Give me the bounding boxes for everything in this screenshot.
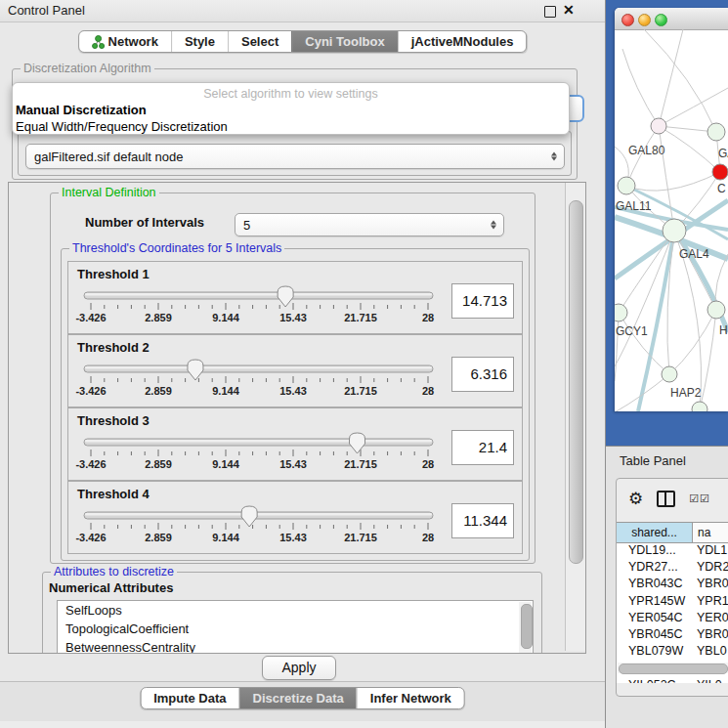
table-horizontal-scrollbar[interactable] xyxy=(618,663,728,673)
tab-style[interactable]: Style xyxy=(171,31,228,52)
svg-text:9.144: 9.144 xyxy=(212,312,239,323)
tab-cyni-toolbox[interactable]: Cyni Toolbox xyxy=(291,31,397,52)
bottom-tab-impute-data[interactable]: Impute Data xyxy=(141,688,238,708)
gear-icon[interactable]: ⚙ xyxy=(628,491,643,507)
slider-thumb[interactable] xyxy=(241,506,257,527)
attributes-list-scrollbar[interactable] xyxy=(519,602,532,654)
table-cell: YPR1 xyxy=(692,594,728,611)
tab-jactivemnodules[interactable]: jActiveMNodules xyxy=(398,31,527,52)
table-cell: YIL0 xyxy=(692,678,728,684)
bottom-tab-bar: Impute DataDiscretize DataInfer Network xyxy=(140,687,465,709)
threshold-value-field[interactable]: 14.713 xyxy=(451,283,514,319)
network-node-c[interactable] xyxy=(712,164,728,180)
threshold-panel-3: Threshold 321.4-3.4262.8599.14415.4321.7… xyxy=(67,407,523,481)
threshold-slider[interactable]: -3.4262.8599.14415.4321.71528 xyxy=(68,285,459,332)
table-toolbar: ⚙ ☑☑ xyxy=(617,479,728,518)
network-node-gal4[interactable] xyxy=(663,219,686,242)
network-window-titlebar xyxy=(615,8,728,30)
algorithm-dropdown-options: Manual DiscretizationEqual Width/Frequen… xyxy=(13,102,569,135)
threshold-slider[interactable]: -3.4262.8599.14415.4321.71528 xyxy=(68,359,459,406)
table-header-row: shared...na xyxy=(617,522,728,543)
table-data-combo-value: galFiltered.sif default node xyxy=(34,150,183,164)
column-header-2[interactable]: na xyxy=(693,523,728,542)
slider-thumb[interactable] xyxy=(278,286,293,307)
svg-text:15.43: 15.43 xyxy=(279,312,307,323)
bottom-tab-infer-network[interactable]: Infer Network xyxy=(357,688,464,708)
bottom-tab-discretize-data[interactable]: Discretize Data xyxy=(239,688,357,708)
zoom-traffic-light-icon[interactable] xyxy=(655,14,667,26)
table-row[interactable]: YBR045CYBR0 xyxy=(617,627,728,644)
table-row[interactable]: YER054CYER0 xyxy=(617,611,728,627)
tab-select[interactable]: Select xyxy=(228,31,291,52)
network-node-hap2[interactable] xyxy=(662,366,677,382)
tab-network[interactable]: Network xyxy=(79,31,171,52)
table-row[interactable]: YDL19...YDL1 xyxy=(617,543,728,560)
node-label: GAL80 xyxy=(628,144,665,157)
split-columns-icon[interactable] xyxy=(657,491,675,507)
svg-text:2.859: 2.859 xyxy=(145,312,172,323)
node-label: H xyxy=(719,323,728,337)
table-row[interactable]: YBL079WYBL0 xyxy=(617,644,728,661)
node-label: GA xyxy=(718,147,728,160)
algorithm-dropdown-popup: Select algorithm to view settings Manual… xyxy=(12,82,570,135)
threshold-slider[interactable]: -3.4262.8599.14415.4321.71528 xyxy=(68,505,459,552)
network-node-h[interactable] xyxy=(707,301,725,319)
network-canvas[interactable]: GAL80GACGAL11GAL4GCY1HHAP2 xyxy=(615,29,728,411)
close-traffic-light-icon[interactable] xyxy=(621,14,634,26)
attribute-item-2[interactable]: BetweennessCentrality xyxy=(58,638,533,654)
table-row[interactable]: YBR043CYBR0 xyxy=(617,577,728,593)
network-node-gcy1[interactable] xyxy=(615,304,627,321)
control-panel-titlebar: Control Panel ✕ xyxy=(0,0,605,22)
table-cell: YBR0 xyxy=(692,627,728,644)
attribute-item-0[interactable]: SelfLoops xyxy=(58,601,533,620)
table-data-combo[interactable]: galFiltered.sif default node xyxy=(25,144,565,169)
network-icon xyxy=(92,35,104,49)
node-label: HAP2 xyxy=(670,386,702,400)
table-cell: YPR145W xyxy=(617,594,692,611)
number-of-intervals-combo[interactable]: 5 xyxy=(235,213,504,236)
table-row[interactable]: YPR145WYPR1 xyxy=(617,594,728,611)
numerical-attributes-list[interactable]: SelfLoopsTopologicalCoefficientBetweenne… xyxy=(57,600,534,654)
node-label: GAL11 xyxy=(616,199,652,213)
column-header-1[interactable]: shared... xyxy=(617,523,693,542)
network-node-partial[interactable] xyxy=(692,402,707,411)
table-cell: YBR043C xyxy=(617,577,692,593)
checkbox-checked-icons[interactable]: ☑☑ xyxy=(689,492,710,505)
minimize-traffic-light-icon[interactable] xyxy=(638,14,651,26)
numerical-attributes-label: Numerical Attributes xyxy=(49,580,173,595)
svg-text:2.859: 2.859 xyxy=(145,532,172,543)
svg-text:28: 28 xyxy=(422,312,434,323)
network-node-gal80[interactable] xyxy=(651,118,666,134)
network-node-gal11[interactable] xyxy=(618,177,635,194)
threshold-value-field[interactable]: 11.344 xyxy=(451,503,514,538)
scrollbar-thumb[interactable] xyxy=(619,664,728,674)
float-window-icon[interactable] xyxy=(544,6,556,18)
attribute-item-1[interactable]: TopologicalCoefficient xyxy=(58,620,533,638)
table-cell: YER0 xyxy=(692,611,728,627)
table-cell: YDL1 xyxy=(692,543,728,560)
slider-thumb[interactable] xyxy=(188,360,203,380)
threshold-value-field[interactable]: 21.4 xyxy=(451,430,514,465)
algorithm-option-0[interactable]: Manual Discretization xyxy=(13,102,569,118)
network-node-ga[interactable] xyxy=(707,123,725,141)
table-cell: YBL079W xyxy=(617,644,692,661)
svg-text:21.715: 21.715 xyxy=(344,458,377,470)
scroll-pane-scrollbar[interactable] xyxy=(565,183,585,651)
threshold-slider[interactable]: -3.4262.8599.14415.4321.71528 xyxy=(68,432,459,479)
apply-button[interactable]: Apply xyxy=(262,656,336,680)
close-icon[interactable]: ✕ xyxy=(563,2,575,18)
table-panel: Table Panel ⚙ ☑☑ shared...na YDL19...YDL… xyxy=(606,446,728,728)
threshold-value-field[interactable]: 6.316 xyxy=(451,357,514,392)
algorithm-option-1[interactable]: Equal Width/Frequency Discretization xyxy=(13,118,569,135)
scrollbar-thumb[interactable] xyxy=(569,200,583,564)
slider-thumb[interactable] xyxy=(350,433,365,453)
settings-scroll-pane: Interval Definition Number of Intervals … xyxy=(8,182,586,654)
svg-text:15.43: 15.43 xyxy=(279,458,307,470)
threshold-panel-2: Threshold 26.316-3.4262.8599.14415.4321.… xyxy=(67,334,523,407)
svg-text:2.859: 2.859 xyxy=(145,385,172,397)
svg-text:-3.426: -3.426 xyxy=(75,532,106,543)
svg-text:9.144: 9.144 xyxy=(212,385,239,397)
threshold-panel-4: Threshold 411.344-3.4262.8599.14415.4321… xyxy=(67,481,523,554)
table-row[interactable]: YDR27...YDR2 xyxy=(617,560,728,577)
table-row[interactable]: YIL052CYIL0 xyxy=(617,678,728,684)
